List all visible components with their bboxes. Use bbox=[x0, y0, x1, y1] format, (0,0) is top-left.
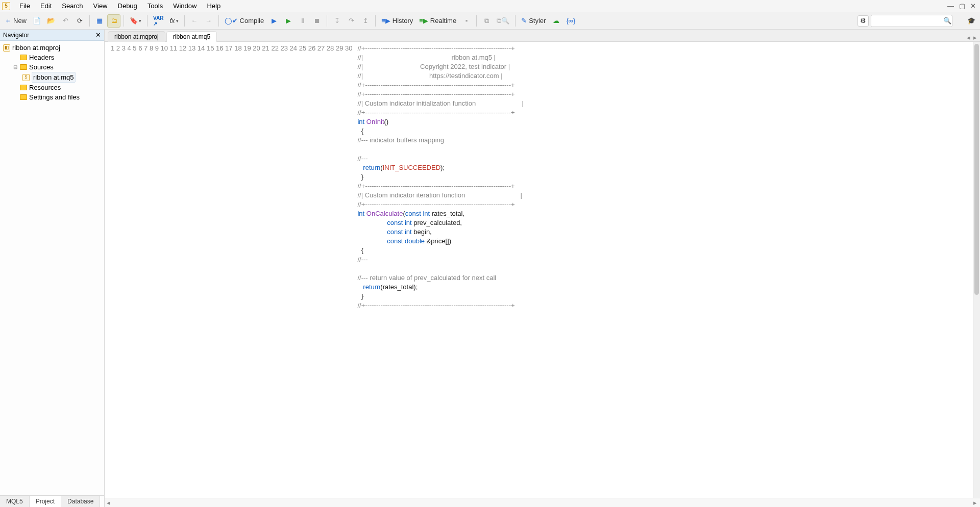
folder-panel-icon: 🗂 bbox=[111, 17, 117, 24]
plus-icon: ＋ bbox=[5, 16, 11, 26]
stop-button[interactable]: ⏹ bbox=[310, 14, 324, 28]
panel-toggle-2[interactable]: 🗂 bbox=[107, 14, 120, 28]
new-button[interactable]: ＋ New bbox=[2, 14, 29, 28]
menu-tools[interactable]: Tools bbox=[142, 1, 168, 11]
menu-view[interactable]: View bbox=[88, 1, 113, 11]
find-files-icon: ⧉🔍 bbox=[497, 17, 509, 25]
arrow-right-icon: → bbox=[205, 17, 212, 24]
tree-file-source[interactable]: 5 ribbon at.mq5 bbox=[2, 72, 104, 83]
step-into-button[interactable]: ↧ bbox=[330, 14, 344, 28]
tab-scroll-left[interactable]: ◂ bbox=[967, 34, 970, 41]
styler-button[interactable]: ✎Styler bbox=[519, 14, 548, 28]
tree-label: Resources bbox=[29, 83, 61, 92]
bookmark-icon: 🔖 bbox=[130, 17, 138, 24]
nav-forward-button[interactable]: → bbox=[202, 14, 215, 28]
new-file-button[interactable]: 📄 bbox=[30, 14, 43, 28]
new-label: New bbox=[13, 17, 27, 24]
copy-button[interactable]: ⧉ bbox=[480, 14, 493, 28]
folder-icon bbox=[20, 94, 27, 100]
menu-window[interactable]: Window bbox=[168, 1, 202, 11]
folder-icon bbox=[20, 55, 27, 60]
maximize-button[interactable]: ▢ bbox=[959, 2, 965, 10]
toolbar: ＋ New 📄 📂 ↶ ⟳ ▦ 🗂 🔖 VAR↗ fx ← → ◯✔ Compi… bbox=[0, 12, 980, 30]
code-content[interactable]: //+-------------------------------------… bbox=[355, 42, 523, 498]
menu-search[interactable]: Search bbox=[57, 1, 88, 11]
tab-database[interactable]: Database bbox=[61, 496, 100, 507]
search-input[interactable] bbox=[871, 15, 952, 27]
step-over-button[interactable]: ↷ bbox=[345, 14, 358, 28]
app-icon: 5 bbox=[2, 2, 10, 10]
run-button[interactable]: ▶ bbox=[267, 14, 281, 28]
tree-project-root[interactable]: ◧ ribbon at.mqproj bbox=[2, 43, 104, 53]
tree-label: ribbon at.mq5 bbox=[32, 72, 76, 83]
tab-scroll-right[interactable]: ▸ bbox=[973, 34, 977, 41]
horizontal-scrollbar[interactable]: ◂▸ bbox=[105, 498, 980, 507]
scroll-left-icon[interactable]: ◂ bbox=[107, 499, 110, 506]
graduation-icon: 🎓 bbox=[967, 17, 975, 24]
mq5-file-icon: 5 bbox=[22, 74, 30, 81]
menu-help[interactable]: Help bbox=[202, 1, 226, 11]
folder-open-icon: 📂 bbox=[47, 17, 55, 24]
open-button[interactable]: 📂 bbox=[44, 14, 58, 28]
code-editor[interactable]: 1 2 3 4 5 6 7 8 9 10 11 12 13 14 15 16 1… bbox=[105, 42, 980, 498]
compile-button[interactable]: ◯✔ Compile bbox=[222, 14, 267, 28]
separator bbox=[327, 15, 327, 27]
editor-tab[interactable]: ribbon at.mqproj bbox=[108, 31, 165, 42]
tree-folder-headers[interactable]: Headers bbox=[2, 53, 104, 62]
menu-debug[interactable]: Debug bbox=[113, 1, 142, 11]
cloud-button[interactable]: ☁ bbox=[549, 14, 562, 28]
line-gutter: 1 2 3 4 5 6 7 8 9 10 11 12 13 14 15 16 1… bbox=[105, 42, 355, 498]
minimize-button[interactable]: — bbox=[947, 2, 954, 10]
twisty-collapse-icon[interactable]: ⊟ bbox=[12, 62, 18, 72]
styler-label: Styler bbox=[529, 17, 546, 24]
editor-area: ribbon at.mqprojribbon at.mq5 ◂▸ 1 2 3 4… bbox=[105, 30, 980, 507]
graduation-button[interactable]: 🎓 bbox=[965, 14, 978, 28]
tab-mql5[interactable]: MQL5 bbox=[0, 496, 30, 507]
debug-run-button[interactable]: ▶ bbox=[282, 14, 295, 28]
search-options-button[interactable]: ⚙ bbox=[857, 15, 869, 27]
separator bbox=[184, 15, 185, 27]
menu-file[interactable]: File bbox=[14, 1, 35, 11]
step-out-button[interactable]: ↥ bbox=[359, 14, 372, 28]
pause-button[interactable]: ⏸ bbox=[296, 14, 309, 28]
panel-toggle-1[interactable]: ▦ bbox=[93, 14, 106, 28]
step-out-icon: ↥ bbox=[363, 17, 369, 24]
pencil-icon: ✎ bbox=[521, 17, 527, 24]
tree-folder-settings[interactable]: Settings and files bbox=[2, 92, 104, 102]
realtime-button[interactable]: ≡▶Realtime bbox=[416, 14, 459, 28]
tab-project[interactable]: Project bbox=[30, 495, 61, 507]
vertical-scrollbar[interactable] bbox=[973, 42, 980, 498]
scrollbar-thumb[interactable] bbox=[974, 44, 979, 295]
history-button[interactable]: ≡▶History bbox=[379, 14, 415, 28]
tree-label: Settings and files bbox=[29, 92, 80, 102]
separator bbox=[124, 15, 124, 27]
realtime-label: Realtime bbox=[430, 17, 456, 24]
report-icon: ▪ bbox=[465, 17, 468, 24]
sliders-icon: ⚙ bbox=[860, 17, 866, 24]
undo-icon: ↶ bbox=[63, 17, 68, 24]
refresh-button[interactable]: ⟳ bbox=[73, 14, 86, 28]
nav-back-button[interactable]: ← bbox=[188, 14, 201, 28]
var-icon: VAR↗ bbox=[153, 15, 163, 27]
var-button[interactable]: VAR↗ bbox=[151, 14, 166, 28]
navigator-close-button[interactable]: ✕ bbox=[95, 31, 101, 39]
compile-label: Compile bbox=[240, 17, 264, 24]
brackets-button[interactable]: {∞} bbox=[564, 14, 578, 28]
menu-edit[interactable]: Edit bbox=[35, 1, 57, 11]
editor-tab[interactable]: ribbon at.mq5 bbox=[166, 31, 217, 42]
navigator-header: Navigator ✕ bbox=[0, 30, 104, 41]
report-button[interactable]: ▪ bbox=[460, 14, 473, 28]
separator bbox=[476, 15, 477, 27]
tree-folder-sources[interactable]: ⊟ Sources bbox=[2, 62, 104, 72]
fx-dropdown[interactable]: fx bbox=[167, 14, 181, 28]
scroll-right-icon[interactable]: ▸ bbox=[973, 499, 980, 506]
separator bbox=[89, 15, 90, 27]
bookmark-dropdown[interactable]: 🔖 bbox=[127, 14, 144, 28]
pause-icon: ⏸ bbox=[300, 17, 306, 24]
undo-history-button[interactable]: ↶ bbox=[59, 14, 72, 28]
find-in-files-button[interactable]: ⧉🔍 bbox=[494, 14, 512, 28]
tree-folder-resources[interactable]: Resources bbox=[2, 83, 104, 92]
navigator-tree[interactable]: ◧ ribbon at.mqproj Headers ⊟ Sources 5 r… bbox=[0, 41, 104, 495]
folder-icon bbox=[20, 64, 27, 70]
close-window-button[interactable]: ✕ bbox=[970, 2, 976, 10]
